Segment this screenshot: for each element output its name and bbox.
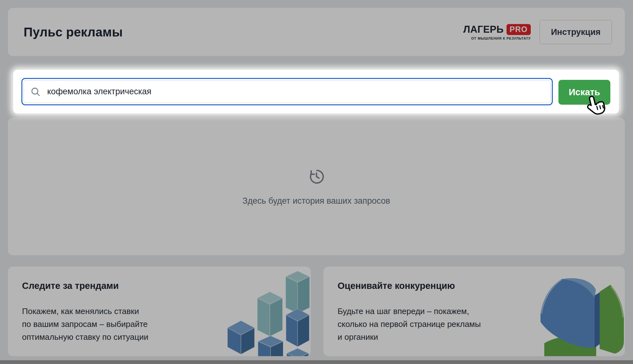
pulse-ads-screen: Пульс рекламы ЛАГЕРЬ PRO ОТ МЫШЛЕНИЯ К Р… — [0, 0, 633, 364]
search-icon — [30, 86, 41, 97]
search-input[interactable] — [47, 86, 544, 97]
search-box — [21, 78, 553, 105]
dim-overlay — [0, 0, 633, 364]
search-highlight: Искать — [13, 70, 619, 113]
